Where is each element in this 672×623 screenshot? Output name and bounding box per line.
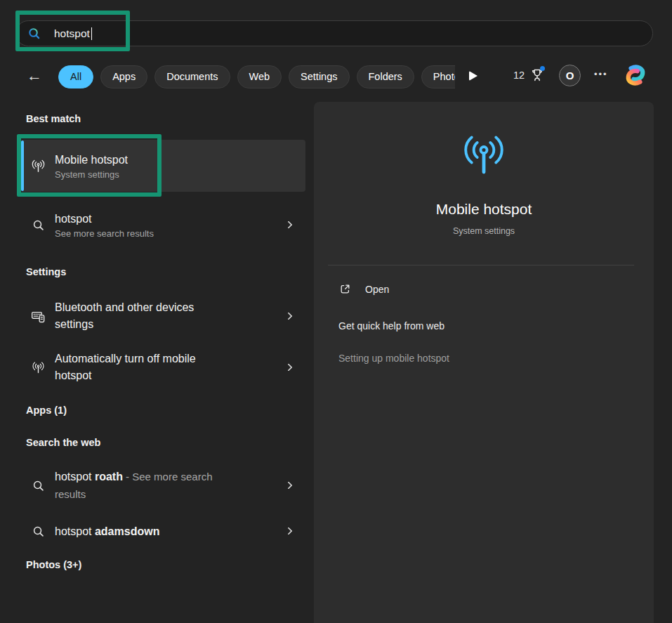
filter-pill-all[interactable]: All: [58, 65, 93, 88]
result-web-hotspot-adamsdown[interactable]: hotspot adamsdown: [21, 518, 305, 544]
filter-pill-folders[interactable]: Folders: [357, 65, 414, 88]
devices-icon: [31, 309, 46, 324]
chevron-right-icon[interactable]: [284, 221, 292, 228]
filter-pill-photos[interactable]: Photos: [421, 65, 455, 88]
result-title: hotspot: [55, 211, 286, 228]
result-title: hotspot roath - See more search results: [55, 468, 232, 503]
mobile-hotspot-icon: [459, 130, 509, 181]
preview-title: Mobile hotspot: [314, 201, 654, 218]
open-label: Open: [365, 284, 389, 295]
copilot-icon[interactable]: [624, 63, 647, 87]
search-icon: [32, 525, 45, 538]
result-see-more-search[interactable]: hotspot See more search results: [21, 203, 305, 247]
hotspot-icon: [31, 360, 46, 375]
result-web-hotspot-roath[interactable]: hotspot roath - See more search results: [21, 463, 305, 508]
search-icon: [32, 479, 45, 492]
open-external-icon: [339, 283, 351, 295]
windows-search-flyout: hotspot ← All Apps Documents Web Setting…: [0, 0, 672, 623]
result-auto-turn-off-hotspot[interactable]: Automatically turn off mobile hotspot: [21, 346, 305, 389]
result-subtitle: See more search results: [55, 228, 286, 240]
quick-help-header: Get quick help from web: [338, 320, 444, 332]
open-action[interactable]: Open: [339, 283, 389, 295]
result-title: Bluetooth and other devices settings: [55, 299, 218, 333]
filter-pill-apps[interactable]: Apps: [100, 65, 147, 88]
result-bluetooth-devices-settings[interactable]: Bluetooth and other devices settings: [21, 294, 305, 338]
section-header-apps: Apps (1): [26, 405, 67, 416]
filter-pill-documents[interactable]: Documents: [154, 65, 230, 88]
chevron-right-icon[interactable]: [284, 481, 292, 489]
chevron-right-icon[interactable]: [284, 312, 292, 320]
rewards-badge[interactable]: 12: [513, 67, 546, 84]
user-avatar[interactable]: O: [559, 65, 581, 86]
result-title: Automatically turn off mobile hotspot: [55, 350, 218, 384]
preview-panel: Mobile hotspot System settings Open Get …: [314, 102, 654, 623]
more-filters-play-icon[interactable]: [469, 71, 477, 81]
chevron-right-icon[interactable]: [284, 363, 292, 371]
rewards-count: 12: [513, 70, 525, 81]
divider: [328, 265, 634, 265]
annotation-search-box: [15, 11, 130, 51]
section-header-photos: Photos (3+): [26, 559, 81, 570]
filter-pill-settings[interactable]: Settings: [289, 65, 349, 88]
section-header-best-match: Best match: [26, 113, 81, 124]
section-header-web: Search the web: [26, 437, 100, 448]
filter-pill-web[interactable]: Web: [237, 65, 282, 88]
back-arrow-icon[interactable]: ←: [27, 66, 42, 86]
search-icon: [32, 218, 45, 232]
preview-subtitle: System settings: [314, 226, 654, 236]
help-link-setting-up-hotspot[interactable]: Setting up mobile hotspot: [338, 353, 449, 364]
more-options-icon[interactable]: •••: [594, 69, 608, 79]
section-header-settings: Settings: [26, 266, 66, 277]
annotation-best-match-box: [17, 134, 162, 197]
filter-pills: All Apps Documents Web Settings Folders …: [58, 64, 455, 89]
result-title: hotspot adamsdown: [55, 523, 232, 540]
chevron-right-icon[interactable]: [284, 527, 292, 535]
filter-bar: ← All Apps Documents Web Settings Folder…: [0, 63, 672, 90]
rewards-trophy-icon: [529, 67, 546, 84]
